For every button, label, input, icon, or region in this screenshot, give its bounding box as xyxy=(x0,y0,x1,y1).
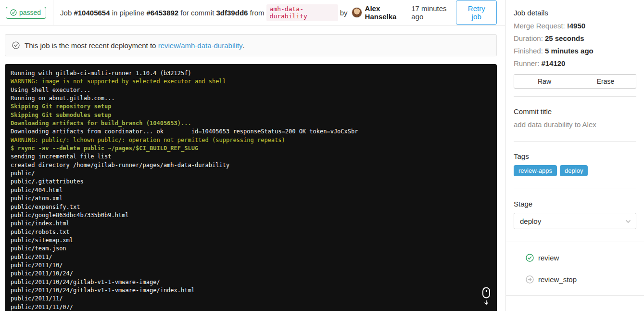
divider xyxy=(514,141,636,142)
for-commit-label: for commit xyxy=(180,9,214,17)
notice-text: This job is the most recent deployment t… xyxy=(25,41,156,50)
log-line: Using Shell executor... xyxy=(11,86,491,94)
log-line: public/2011/11/07/ xyxy=(11,303,491,311)
log-line: Running on about.gitlab.com... xyxy=(11,94,491,103)
log-line: public/ xyxy=(11,169,491,178)
detail-row-merge-request: Merge Request:!4950 xyxy=(514,22,636,30)
log-line: created directory /home/gitlab-runner/pa… xyxy=(11,161,491,169)
detail-label: Duration: xyxy=(514,34,543,42)
detail-value: 25 seconds xyxy=(545,34,584,42)
status-manual-icon xyxy=(526,275,534,284)
detail-row-runner: Runner:#14120 xyxy=(514,59,636,67)
chevron-down-icon xyxy=(625,220,631,223)
log-line: public/sitemap.xml xyxy=(11,236,491,245)
check-circle-icon xyxy=(12,41,20,49)
log-line: public/2011/ xyxy=(11,253,491,261)
time-ago: 17 minutes ago xyxy=(411,4,456,21)
tag-review-apps[interactable]: review-apps xyxy=(514,165,557,176)
author-link[interactable]: Alex Hanselka xyxy=(365,4,409,21)
status-badge[interactable]: passed xyxy=(6,7,46,19)
job-details-title: Job details xyxy=(514,9,636,17)
detail-row-finished: Finished:5 minutes ago xyxy=(514,47,636,55)
log-line: public/team.json xyxy=(11,245,491,253)
job-label: Job xyxy=(60,9,72,17)
by-label: by xyxy=(340,9,348,17)
log-line: public/google863dbc4b7335b0b9.html xyxy=(11,211,491,220)
job-row-review-stop[interactable]: review_stop xyxy=(506,269,644,290)
check-circle-icon xyxy=(10,9,17,16)
log-line: $ rsync -av --delete public ~/pages/$CI_… xyxy=(11,144,491,153)
log-line: public/2011/10/ xyxy=(11,261,491,270)
from-label: from xyxy=(250,9,265,17)
notice-suffix: . xyxy=(243,41,245,50)
stage-selected-value: deploy xyxy=(520,217,541,225)
log-line: public/robots.txt xyxy=(11,228,491,236)
stage-dropdown[interactable]: deploy xyxy=(514,213,636,229)
tag-deploy[interactable]: deploy xyxy=(560,165,588,176)
detail-row-duration: Duration:25 seconds xyxy=(514,34,636,42)
detail-label: Finished: xyxy=(514,47,543,55)
erase-button[interactable]: Erase xyxy=(575,74,636,89)
log-line: public/404.html xyxy=(11,186,491,194)
divider xyxy=(514,189,636,189)
log-line: Running with gitlab-ci-multi-runner 1.10… xyxy=(11,69,491,78)
stage-jobs-list: review review_stop xyxy=(506,242,644,295)
environment-link[interactable]: review/amh-data-durability xyxy=(158,41,243,50)
in-pipeline-label: in pipeline xyxy=(112,9,145,17)
commit-sha-link[interactable]: 3df39dd6 xyxy=(216,9,248,17)
log-line: public/atom.xml xyxy=(11,194,491,203)
trace-actions: Raw Erase xyxy=(514,74,636,89)
commit-title-text: add data durability to Alex xyxy=(514,120,636,129)
commit-title-heading: Commit title xyxy=(514,107,636,116)
job-header: passed Job #10405654 in pipeline #645389… xyxy=(0,0,505,26)
stage-heading: Stage xyxy=(514,200,636,208)
log-line: Skipping Git submodules setup xyxy=(11,111,491,119)
detail-label: Merge Request: xyxy=(514,22,565,30)
stage-section: Stage deploy xyxy=(506,191,644,242)
commit-title-section: Commit title add data durability to Alex xyxy=(506,99,644,139)
deployment-notice: This job is the most recent deployment t… xyxy=(5,34,497,56)
job-details-section: Job details Merge Request:!4950 Duration… xyxy=(506,0,644,94)
divider xyxy=(514,96,636,97)
log-line: Skipping Git repository setup xyxy=(11,103,491,111)
log-line: Downloading artifacts for build_branch (… xyxy=(11,119,491,128)
job-name: review_stop xyxy=(538,275,577,284)
detail-value: #14120 xyxy=(541,59,565,67)
branch-ref-link[interactable]: amh-data-durability xyxy=(266,4,338,21)
job-sidebar: Job details Merge Request:!4950 Duration… xyxy=(505,0,644,311)
log-line: public/2011/10/24/ xyxy=(11,270,491,278)
log-line: public/2011/10/24/gitlab-v1-1-vmware-ima… xyxy=(11,278,491,286)
job-page-main: passed Job #10405654 in pipeline #645389… xyxy=(0,0,505,311)
log-line: public/index.html xyxy=(11,220,491,228)
job-log[interactable]: Running with gitlab-ci-multi-runner 1.10… xyxy=(5,64,497,311)
merge-request-link[interactable]: !4950 xyxy=(567,22,585,30)
tags-section: Tags review-apps deploy xyxy=(506,143,644,187)
divider xyxy=(506,295,644,296)
status-label: passed xyxy=(19,9,41,16)
log-line: Downloading artifacts from coordinator..… xyxy=(11,128,491,136)
log-line: public/.gitattributes xyxy=(11,178,491,186)
retry-job-button[interactable]: Retry job xyxy=(456,0,497,25)
job-row-review[interactable]: review xyxy=(506,247,644,269)
detail-value: 5 minutes ago xyxy=(545,47,593,55)
header-divider xyxy=(53,0,53,25)
status-passed-icon xyxy=(526,254,534,262)
raw-button[interactable]: Raw xyxy=(514,74,575,89)
scroll-down-icon[interactable] xyxy=(480,287,492,307)
pipeline-id-link[interactable]: #6453892 xyxy=(146,9,178,17)
log-line: WARNING: public/: lchown public/: operat… xyxy=(11,136,491,144)
avatar[interactable] xyxy=(352,7,362,18)
tags-heading: Tags xyxy=(514,152,636,160)
job-id-link[interactable]: #10405654 xyxy=(74,9,110,17)
log-line: sending incremental file list xyxy=(11,153,491,161)
log-line: public/expensify.txt xyxy=(11,203,491,211)
detail-label: Runner: xyxy=(514,59,539,67)
tag-list: review-apps deploy xyxy=(514,165,636,176)
log-line: public/2011/11/ xyxy=(11,295,491,303)
job-name: review xyxy=(538,254,559,262)
log-line: public/2011/10/24/gitlab-v1-1-vmware-ima… xyxy=(11,286,491,295)
log-line: WARNING: image is not supported by selec… xyxy=(11,78,491,86)
